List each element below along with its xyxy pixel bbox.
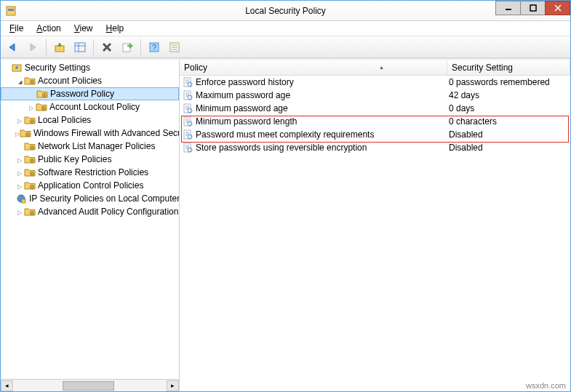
svg-rect-32 — [31, 147, 32, 148]
svg-rect-3 — [530, 5, 536, 11]
tree-root[interactable]: Security Settings — [1, 61, 179, 74]
svg-rect-38 — [31, 186, 32, 188]
tree-item-label: Public Key Policies — [38, 154, 111, 164]
watermark: wsxdn.com — [526, 381, 566, 390]
maximize-button[interactable] — [520, 1, 546, 15]
svg-rect-34 — [31, 160, 32, 161]
sort-ascending-icon: ▲ — [379, 65, 384, 70]
folder-icon — [24, 115, 36, 125]
content-area: Security Settings Account PoliciesPasswo… — [1, 58, 570, 391]
policy-icon — [183, 103, 193, 113]
policy-setting: 0 characters — [449, 116, 497, 127]
folder-icon — [24, 180, 36, 191]
svg-text:?: ? — [152, 43, 156, 52]
horizontal-scrollbar[interactable]: ◂ ▸ — [1, 379, 179, 391]
tree-item[interactable]: Local Policies — [1, 113, 179, 127]
svg-rect-41 — [22, 199, 25, 203]
expander-closed-icon[interactable] — [27, 103, 36, 111]
policy-row[interactable]: Maximum password age42 days — [180, 89, 570, 102]
svg-rect-6 — [55, 46, 64, 52]
svg-point-40 — [18, 196, 20, 199]
close-button[interactable] — [545, 1, 570, 15]
folder-icon — [24, 154, 36, 164]
tree-item-label: Windows Firewall with Advanced Security — [33, 128, 179, 138]
menu-file[interactable]: File — [4, 22, 29, 35]
column-header-policy-label: Policy — [184, 63, 207, 73]
tree-pane: Security Settings Account PoliciesPasswo… — [1, 60, 180, 391]
svg-rect-28 — [31, 121, 32, 122]
tree-item[interactable]: Password Policy — [1, 87, 179, 100]
minimize-button[interactable] — [495, 1, 521, 15]
svg-rect-43 — [31, 212, 32, 214]
tree-item[interactable]: Software Restriction Policies — [1, 166, 179, 179]
menu-help[interactable]: Help — [100, 22, 130, 35]
menu-action[interactable]: Action — [31, 22, 66, 35]
policy-setting: 0 days — [449, 103, 474, 113]
tree-item[interactable]: Account Policies — [1, 74, 179, 87]
tree-root-label: Security Settings — [25, 63, 90, 73]
tree-item[interactable]: Network List Manager Policies — [1, 140, 179, 153]
up-button[interactable] — [51, 39, 68, 56]
app-icon — [5, 5, 17, 17]
expander-closed-icon[interactable] — [15, 169, 24, 177]
delete-button[interactable] — [98, 39, 116, 56]
scroll-right-button[interactable]: ▸ — [167, 380, 179, 391]
policy-icon — [183, 77, 193, 87]
expander-open-icon[interactable] — [15, 77, 24, 85]
folder-icon — [24, 141, 36, 151]
policy-row[interactable]: Store passwords using reversible encrypt… — [180, 141, 570, 154]
folder-icon — [24, 207, 36, 217]
folder-icon — [24, 76, 36, 86]
folder-icon — [20, 128, 31, 138]
svg-rect-36 — [31, 173, 32, 175]
tree-item-label: Local Policies — [38, 115, 91, 125]
forward-button[interactable] — [24, 39, 41, 56]
policy-row[interactable]: Minimum password length0 characters — [180, 115, 570, 128]
folder-icon — [36, 89, 48, 99]
column-header-policy[interactable]: Policy ▲ — [180, 60, 447, 75]
column-header-setting[interactable]: Security Setting — [447, 60, 570, 75]
scroll-left-button[interactable]: ◂ — [1, 380, 13, 391]
svg-rect-24 — [44, 95, 44, 96]
policy-setting: Disabled — [449, 143, 483, 153]
column-header-setting-label: Security Setting — [452, 63, 513, 73]
policy-name: Minimum password age — [196, 103, 288, 113]
scroll-thumb[interactable] — [63, 381, 115, 391]
properties-button[interactable] — [166, 39, 183, 56]
svg-rect-26 — [43, 108, 44, 109]
menu-view[interactable]: View — [68, 22, 99, 35]
tree-item[interactable]: Account Lockout Policy — [1, 100, 179, 113]
policy-row[interactable]: Enforce password history0 passwords reme… — [180, 76, 570, 89]
tree-body: Security Settings Account PoliciesPasswo… — [1, 60, 179, 379]
policy-row[interactable]: Password must meet complexity requiremen… — [180, 128, 570, 141]
list-header: Policy ▲ Security Setting — [180, 60, 570, 76]
export-button[interactable] — [119, 39, 136, 56]
tree-item-label: Network List Manager Policies — [38, 141, 155, 151]
help-button[interactable]: ? — [145, 39, 163, 56]
policy-icon — [183, 116, 193, 127]
menubar: File Action View Help — [1, 21, 570, 36]
tree-item[interactable]: Advanced Audit Policy Configuration — [1, 205, 179, 218]
policy-row[interactable]: Minimum password age0 days — [180, 102, 570, 115]
tree-item[interactable]: Application Control Policies — [1, 179, 179, 192]
show-hide-tree-button[interactable] — [71, 39, 89, 56]
tree-item[interactable]: IP Security Policies on Local Computer — [1, 192, 179, 205]
policy-setting: Disabled — [449, 129, 483, 140]
ipsec-icon — [15, 193, 27, 204]
tree-item-label: Application Control Policies — [38, 180, 143, 191]
expander-closed-icon[interactable] — [15, 182, 24, 190]
separator — [93, 39, 94, 55]
tree-item-label: Password Policy — [50, 89, 114, 99]
back-button[interactable] — [4, 39, 21, 56]
folder-icon — [36, 102, 47, 112]
scroll-track[interactable] — [13, 380, 167, 391]
expander-closed-icon[interactable] — [15, 208, 24, 216]
expander-closed-icon[interactable] — [15, 156, 24, 164]
tree-item[interactable]: Windows Firewall with Advanced Security — [1, 127, 179, 140]
list-body: Enforce password history0 passwords reme… — [180, 76, 570, 391]
svg-rect-7 — [75, 43, 85, 52]
expander-closed-icon[interactable] — [15, 116, 24, 124]
policy-icon — [183, 90, 193, 100]
tree-item[interactable]: Public Key Policies — [1, 153, 179, 166]
svg-point-20 — [15, 66, 18, 69]
